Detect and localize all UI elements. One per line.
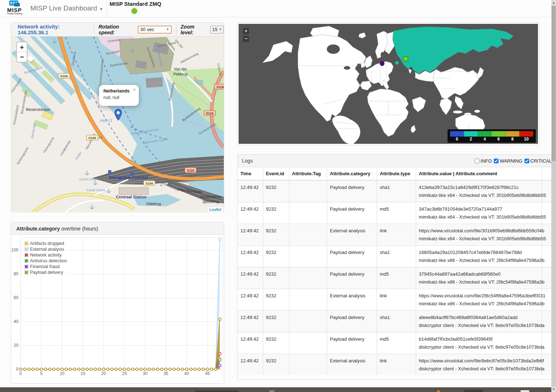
chart-line-network-activity: [21, 354, 220, 369]
misp-logo[interactable]: MISP Threat Sharing: [3, 0, 26, 17]
log-row[interactable]: 12:49:429232Payload deliverysha1413eba39…: [238, 180, 556, 202]
log-cell: [289, 332, 327, 354]
zoom-level-select[interactable]: 15▼: [210, 26, 224, 34]
scrollbar-thumb[interactable]: [552, 6, 556, 161]
log-cell: [289, 267, 327, 289]
log-cell: link: [377, 289, 416, 311]
log-cell: 9232: [263, 332, 289, 354]
filter-critical-checkbox[interactable]: [525, 159, 529, 163]
world-zoom-in-button[interactable]: +: [243, 28, 249, 34]
log-cell: [289, 246, 327, 267]
svg-text:20: 20: [14, 343, 19, 348]
logs-column-header: Attribute.category: [327, 167, 377, 180]
route-badge-s116: S116: [185, 168, 196, 173]
filter-warning-checkbox[interactable]: [494, 159, 499, 163]
scrollbar-up-arrow[interactable]: ▲: [551, 0, 556, 5]
world-map-canvas[interactable]: 0246810: [239, 24, 538, 144]
log-row[interactable]: 12:49:429232Payload deliverymd5347ac3b6b…: [238, 202, 556, 224]
svg-text:0: 0: [456, 137, 458, 142]
legend-item: Artifacts dropped: [24, 241, 67, 246]
log-row[interactable]: 12:49:429232External analysislinkhttps:/…: [238, 354, 556, 376]
svg-text:10: 10: [524, 137, 529, 142]
log-cell: Payload delivery: [327, 267, 377, 289]
filter-warning-label: WARNING: [500, 158, 522, 164]
legend-swatch: [24, 247, 29, 251]
chart-point-external-analysis[interactable]: [219, 238, 221, 241]
log-row[interactable]: 12:49:429232Payload deliverysha1afeee8b4…: [238, 311, 556, 332]
chart-point-antivirus-detection[interactable]: [219, 358, 221, 361]
log-cell: 9232: [263, 311, 289, 332]
route-badge-s100: S100: [86, 135, 98, 140]
log-cell: [289, 354, 327, 376]
svg-text:S100: S100: [88, 136, 96, 140]
chart-line-payload-delivery: [21, 319, 220, 369]
map-label: Spoorbrug: [202, 200, 219, 204]
map-zoom-out-button[interactable]: −: [17, 52, 27, 62]
logs-column-header: Attribute.Tag: [289, 167, 327, 180]
legend-swatch: [24, 241, 29, 246]
filter-critical: CRITICAL: [525, 158, 552, 164]
map-label: Oosterdokse: [201, 195, 221, 199]
map-canvas[interactable]: ⚓⚓⚓⚓⚓⚓ GraswegBundlaanSpadinalaanOverhoe…: [11, 36, 224, 212]
log-cell: 9232: [263, 354, 289, 376]
log-cell: External analysis: [327, 354, 377, 376]
log-value-cell: 37945c44a897aa42a66adcab68f560e0mimikatz…: [416, 267, 542, 289]
map-label: Van der: [174, 67, 187, 71]
world-map[interactable]: 0246810 + −: [239, 24, 538, 144]
map-label: Canal Cruise: [79, 177, 98, 181]
legend-swatch: [24, 253, 29, 257]
log-row[interactable]: 12:49:429232Payload deliverymd537945c44a…: [238, 267, 556, 289]
choropleth-scale: 0246810: [448, 129, 536, 143]
popup-close-icon[interactable]: ×: [133, 86, 136, 92]
logs-column-header: Attribute.value | Attribute.comment: [416, 167, 542, 180]
legend-item: External analysis: [24, 246, 67, 252]
log-cell: 12:49:42: [238, 267, 263, 289]
svg-text:S100: S100: [145, 182, 153, 185]
chart-point-financial-fraud[interactable]: [219, 365, 221, 367]
leaflet-attribution-link[interactable]: Leaflet: [208, 207, 223, 212]
purple-marker[interactable]: [380, 62, 384, 66]
log-row[interactable]: 12:49:429232External analysislinkhttps:/…: [238, 289, 556, 311]
attribute-value: b14d8faf7f0cbcfad051cefe5f39645f: [419, 336, 539, 342]
svg-text:4: 4: [483, 137, 486, 142]
filter-info-checkbox[interactable]: [475, 159, 479, 163]
logs-column-header: Attribute.type: [377, 167, 416, 180]
attribute-value: 413eba3973a15c1a6429d9f170f3e8287f98c21c: [419, 185, 539, 190]
log-cell: link: [377, 224, 416, 246]
network-activity-title[interactable]: Network activity: 146.255.36.1: [18, 24, 90, 35]
rotation-speed-value: 30 sec: [140, 27, 154, 32]
map-zoom-in-button[interactable]: +: [17, 42, 27, 52]
log-cell: 9232: [263, 246, 289, 267]
log-row[interactable]: 12:49:429232Payload deliverymd5b14d8faf7…: [238, 332, 556, 354]
log-row[interactable]: 12:49:429232Payload deliverysha116605a4a…: [238, 246, 556, 267]
attribute-comment: diskcryptor client - Xchecked via VT: 8e…: [419, 344, 539, 350]
map-marker-pin[interactable]: [114, 109, 122, 121]
log-cell: 12:49:42: [238, 289, 263, 311]
attribute-value: 37945c44a897aa42a66adcab68f560e0: [419, 271, 539, 277]
svg-text:20: 20: [101, 371, 106, 376]
svg-text:8: 8: [511, 137, 514, 142]
attribute-value: https://www.virustotal.com/file/8ebc97e0…: [419, 358, 539, 363]
legend-label: Network activity: [30, 253, 62, 258]
chart-point-network-activity[interactable]: [219, 353, 221, 355]
attribute-comment: mimikatz-like x64 - Xchecked via VT: 301…: [419, 236, 539, 241]
chart-point-payload-delivery[interactable]: [219, 318, 221, 320]
map-label: Canal Cruise: [86, 188, 105, 192]
leaflet-map[interactable]: ⚓⚓⚓⚓⚓⚓ GraswegBundlaanSpadinalaanOverhoe…: [11, 36, 224, 212]
log-row[interactable]: 12:49:429232External analysislinkhttps:/…: [238, 224, 556, 246]
log-cell: External analysis: [327, 289, 377, 311]
legend-item: Financial fraud: [24, 264, 67, 270]
map-label: Pekbrug: [173, 72, 187, 76]
green-marker[interactable]: [403, 56, 408, 61]
brand-subtitle: Threat Sharing: [3, 12, 26, 15]
scrollbar-down-arrow[interactable]: ▼: [551, 387, 556, 392]
logs-header: Logs INFOWARNINGCRITICAL: [238, 155, 556, 167]
svg-text:25: 25: [122, 371, 127, 376]
rotation-speed-select[interactable]: 30 sec▼: [138, 26, 172, 34]
anchor-icon: ⚓: [106, 188, 111, 193]
page-scrollbar[interactable]: ▲ ▼: [551, 0, 556, 392]
route-badge-s116: S116: [214, 84, 224, 89]
app-title-dropdown[interactable]: MISP Live Dashboard▼: [30, 4, 103, 12]
world-zoom-out-button[interactable]: −: [243, 36, 249, 42]
app-title-label: MISP Live Dashboard: [30, 4, 97, 12]
